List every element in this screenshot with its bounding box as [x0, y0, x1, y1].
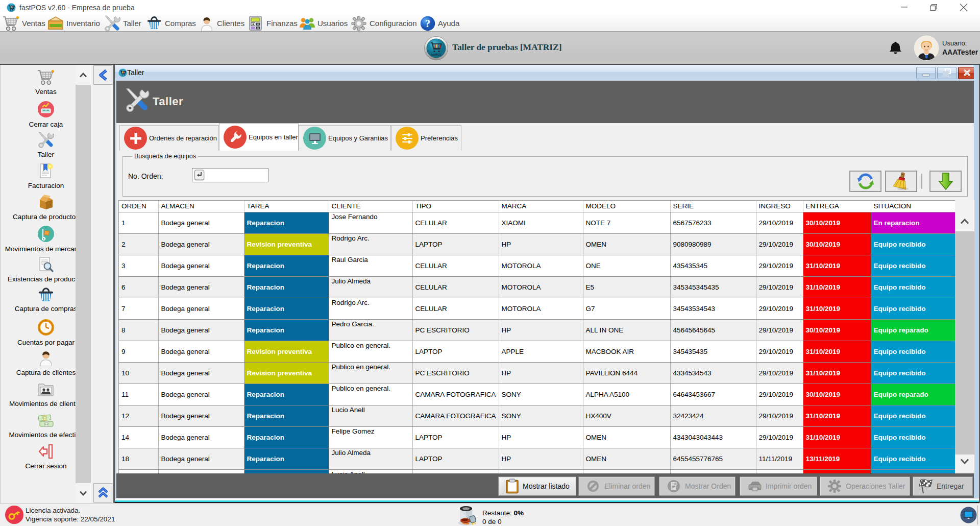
svg-text:fastPOS: fastPOS	[431, 53, 442, 56]
svg-text:?: ?	[425, 18, 430, 29]
